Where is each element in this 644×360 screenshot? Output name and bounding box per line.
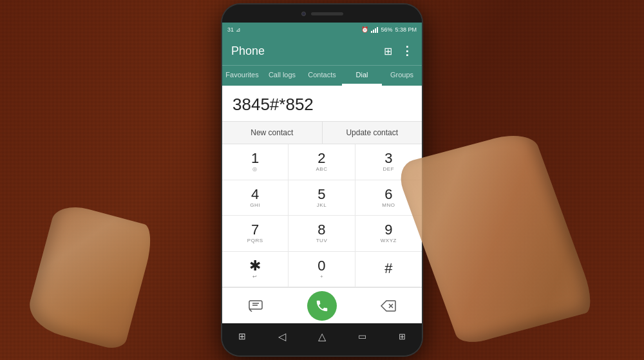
nav-home-icon[interactable]: △ [318, 330, 326, 343]
contact-buttons: New contact Update contact [222, 122, 422, 144]
key-hash-main: # [384, 261, 392, 276]
key-star[interactable]: ✱ ↩ [222, 252, 289, 288]
signal-bar-4 [377, 27, 378, 33]
key-4-sub: GHI [250, 202, 260, 208]
header-icons: ⊞ ⋮ [384, 44, 413, 58]
clock: 5:38 PM [395, 26, 417, 33]
key-1-main: 1 [251, 151, 259, 166]
key-5-sub: JKL [317, 202, 327, 208]
message-button[interactable] [241, 291, 270, 321]
key-6-main: 6 [384, 187, 392, 202]
key-7-sub: PQRS [247, 238, 263, 243]
key-0[interactable]: 0 + [289, 252, 355, 288]
key-5[interactable]: 5 JKL [289, 180, 355, 216]
dial-input[interactable]: 3845#*852 [222, 86, 422, 122]
tab-bar: Favourites Call logs Contacts Dial Group… [222, 65, 422, 86]
new-contact-button[interactable]: New contact [222, 122, 323, 144]
nav-recent-icon[interactable]: ▭ [358, 331, 366, 341]
key-2[interactable]: 2 ABC [289, 144, 355, 180]
key-2-sub: ABC [316, 166, 328, 172]
keypad: 1 ◎ 2 ABC 3 DEF 4 GHI [222, 144, 422, 287]
key-0-sub: + [320, 274, 323, 279]
key-7-main: 7 [251, 223, 259, 237]
key-4[interactable]: 4 GHI [222, 180, 289, 216]
delete-button[interactable] [374, 291, 403, 321]
key-9[interactable]: 9 WXYZ [355, 216, 422, 252]
signal-bar-1 [371, 31, 372, 33]
key-4-main: 4 [251, 187, 259, 202]
phone-bottom-hardware [222, 349, 422, 355]
key-8[interactable]: 8 TUV [289, 216, 355, 252]
tab-contacts[interactable]: Contacts [302, 66, 342, 86]
call-button[interactable] [307, 291, 337, 321]
nav-bar: ⊞ ◁ △ ▭ ⊞ [222, 323, 422, 349]
key-3-main: 3 [384, 151, 392, 166]
battery-level: 56% [381, 26, 392, 33]
key-6[interactable]: 6 MNO [355, 180, 422, 216]
app-header: Phone ⊞ ⋮ [222, 37, 422, 65]
key-3[interactable]: 3 DEF [355, 144, 422, 180]
front-camera [301, 12, 306, 16]
signal-bar-2 [373, 30, 374, 33]
dial-screen: 3845#*852 New contact Update contact 1 ◎… [222, 86, 422, 323]
status-bar: 31 ⊿ ⏰ 56% 5:38 PM [222, 23, 422, 37]
nav-menu-icon[interactable]: ⊞ [238, 331, 246, 341]
key-0-main: 0 [317, 259, 325, 273]
key-9-sub: WXYZ [381, 238, 397, 243]
tab-favourites[interactable]: Favourites [222, 66, 262, 86]
phone-top-hardware [222, 5, 422, 23]
key-1-sub: ◎ [252, 166, 258, 172]
tab-call-logs[interactable]: Call logs [262, 66, 302, 86]
more-icon[interactable]: ⋮ [401, 44, 413, 58]
grid-icon[interactable]: ⊞ [384, 45, 392, 57]
key-3-sub: DEF [383, 166, 395, 172]
key-8-main: 8 [317, 223, 325, 237]
hand-left [24, 201, 156, 352]
action-bar [222, 287, 422, 323]
key-1[interactable]: 1 ◎ [222, 144, 289, 180]
key-star-main: ✱ [249, 259, 261, 273]
phone-screen: 31 ⊿ ⏰ 56% 5:38 PM Phone [222, 23, 422, 323]
key-5-main: 5 [317, 187, 325, 202]
update-contact-button[interactable]: Update contact [323, 122, 422, 144]
app-title: Phone [231, 44, 265, 58]
tab-groups[interactable]: Groups [382, 66, 422, 86]
key-8-sub: TUV [316, 238, 328, 243]
key-6-sub: MNO [382, 202, 395, 208]
status-left: 31 ⊿ [227, 26, 241, 33]
hand-right [394, 128, 598, 346]
key-star-sub: ↩ [252, 274, 258, 279]
nav-phone-icon[interactable]: ⊞ [399, 332, 406, 341]
key-hash[interactable]: # [355, 252, 422, 288]
phone-device: 31 ⊿ ⏰ 56% 5:38 PM Phone [222, 5, 422, 355]
status-right: ⏰ 56% 5:38 PM [361, 26, 417, 33]
speaker-grille [311, 12, 343, 15]
signal-bars [371, 26, 378, 33]
nav-back-icon[interactable]: ◁ [278, 330, 286, 343]
key-9-main: 9 [384, 223, 392, 237]
status-icons: 31 ⊿ [227, 26, 241, 33]
tab-dial[interactable]: Dial [342, 66, 382, 86]
key-7[interactable]: 7 PQRS [222, 216, 289, 252]
alarm-icon: ⏰ [361, 26, 368, 33]
signal-bar-3 [375, 28, 376, 33]
key-2-main: 2 [317, 151, 325, 166]
